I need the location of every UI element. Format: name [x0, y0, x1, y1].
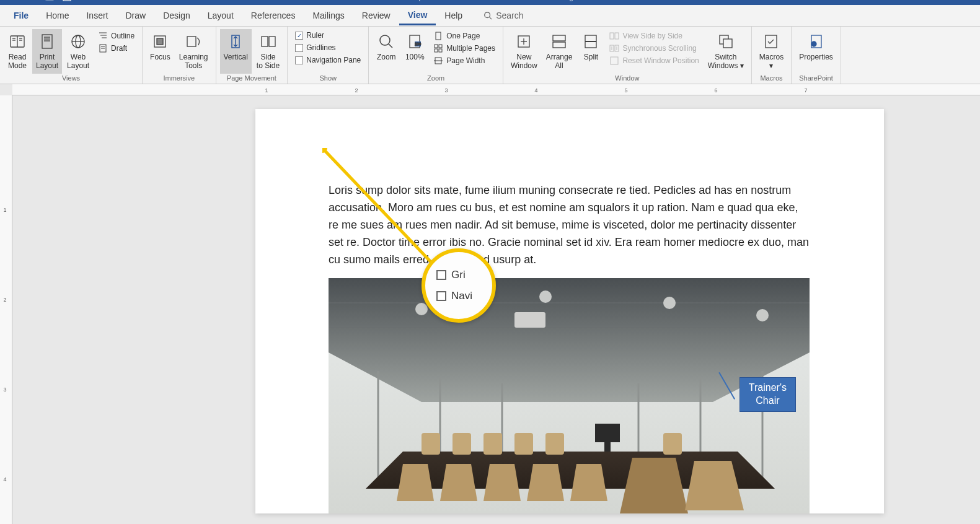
macros-button[interactable]: Macros ▾: [756, 29, 787, 74]
checkbox-icon: [295, 44, 303, 52]
svg-rect-50: [610, 33, 614, 39]
svg-line-5: [490, 17, 492, 20]
gridlines-checkbox[interactable]: Gridlines: [294, 43, 362, 53]
group-immersive: Focus Learning Tools Immersive: [143, 27, 216, 84]
save-icon[interactable]: [61, 0, 73, 3]
menu-insert[interactable]: Insert: [77, 7, 117, 24]
magnifier-gridlines-row: Gri: [436, 269, 492, 281]
svg-rect-12: [42, 35, 52, 48]
multiple-pages-button[interactable]: Multiple Pages: [432, 43, 497, 54]
vertical-ruler[interactable]: 1 2 3 4: [0, 95, 12, 524]
one-page-button[interactable]: One Page: [432, 30, 497, 41]
svg-rect-51: [615, 33, 619, 39]
sharepoint-group-label: SharePoint: [795, 74, 837, 82]
menu-home[interactable]: Home: [37, 7, 77, 24]
immersive-group-label: Immersive: [146, 74, 211, 82]
learning-tools-icon: [183, 32, 203, 51]
properties-icon: S: [806, 32, 826, 51]
svg-rect-79: [422, 433, 440, 455]
menu-draw[interactable]: Draw: [117, 7, 155, 24]
horizontal-ruler[interactable]: 1 2 3 4 5 6 7: [12, 84, 980, 95]
document-filename: Loris sump dolor sits mate 15.docx: [386, 0, 501, 1]
magnifier-overlay: Gri Navi: [422, 248, 496, 323]
svg-point-67: [663, 297, 676, 309]
draft-icon: [98, 43, 108, 53]
document-image[interactable]: Trainer's Chair: [329, 278, 810, 513]
draft-button[interactable]: Draft: [97, 43, 136, 54]
learning-tools-button[interactable]: Learning Tools: [175, 29, 212, 74]
redo-icon[interactable]: ↷: [95, 0, 108, 3]
svg-marker-89: [570, 464, 607, 501]
magnifier-navigation-row: Navi: [436, 290, 492, 302]
svg-marker-88: [527, 464, 564, 501]
callout-box[interactable]: Trainer's Chair: [739, 377, 796, 412]
last-modified: Last Modified: August 16: [512, 0, 593, 1]
svg-rect-80: [452, 433, 471, 455]
svg-point-31: [380, 35, 390, 45]
svg-rect-56: [723, 39, 732, 48]
autosave-toggle[interactable]: [43, 0, 56, 3]
sync-scroll-icon: [609, 43, 619, 53]
zoom-100-icon: 100: [405, 32, 425, 51]
search-box[interactable]: Search: [483, 11, 523, 20]
outline-button[interactable]: Outline: [97, 30, 136, 41]
svg-rect-36: [436, 32, 441, 40]
checkbox-icon: [436, 270, 446, 280]
menu-references[interactable]: References: [242, 7, 304, 24]
vertical-button[interactable]: Vertical: [220, 29, 252, 74]
view-side-by-side-button: View Side by Side: [608, 30, 700, 41]
checkbox-icon: [295, 56, 303, 64]
svg-text:S: S: [812, 43, 814, 46]
svg-marker-86: [440, 464, 477, 501]
svg-rect-30: [269, 37, 275, 46]
svg-marker-62: [329, 278, 810, 402]
ribbon: Read Mode Print Layout Web Layout Outlin…: [0, 27, 980, 84]
menu-help[interactable]: Help: [436, 7, 471, 24]
group-show: Ruler Gridlines Navigation Pane Show: [288, 27, 369, 84]
zoom-100-button[interactable]: 100 100%: [401, 29, 428, 74]
svg-rect-2: [63, 0, 71, 1]
web-layout-icon: [68, 32, 88, 51]
svg-rect-40: [439, 49, 442, 52]
properties-button[interactable]: S Properties: [795, 29, 837, 74]
ruler-checkbox[interactable]: Ruler: [294, 30, 362, 40]
menu-file[interactable]: File: [5, 7, 37, 24]
svg-text:100: 100: [415, 42, 422, 46]
switch-windows-icon: [716, 32, 736, 51]
group-zoom: Zoom 100 100% One Page Multiple Pages Pa…: [369, 27, 503, 84]
menu-review[interactable]: Review: [353, 7, 399, 24]
svg-point-65: [415, 303, 428, 315]
arrange-all-icon: [549, 32, 569, 51]
undo-icon[interactable]: ↶: [78, 0, 90, 3]
autosave-label: AutoSave: [6, 0, 38, 1]
zoom-button[interactable]: Zoom: [373, 29, 400, 74]
side-to-side-button[interactable]: Side to Side: [253, 29, 283, 74]
zoom-group-label: Zoom: [373, 74, 499, 82]
page-width-button[interactable]: Page Width: [432, 55, 497, 66]
one-page-icon: [433, 31, 443, 41]
svg-rect-84: [663, 433, 682, 455]
svg-point-68: [756, 309, 769, 321]
document-paragraph[interactable]: Loris sump dolor sits mate, fume ilium m…: [329, 182, 811, 268]
menu-design[interactable]: Design: [154, 7, 199, 24]
svg-point-66: [539, 290, 552, 303]
document-page[interactable]: Loris sump dolor sits mate, fume ilium m…: [255, 109, 884, 513]
web-layout-button[interactable]: Web Layout: [63, 29, 93, 74]
split-button[interactable]: Split: [577, 29, 604, 74]
focus-icon: [150, 32, 170, 51]
read-mode-button[interactable]: Read Mode: [4, 29, 31, 74]
page-width-icon: [433, 56, 443, 66]
search-label: Search: [496, 11, 523, 20]
navigation-pane-checkbox[interactable]: Navigation Pane: [294, 55, 362, 65]
svg-rect-39: [435, 49, 438, 52]
macros-icon: [761, 32, 781, 51]
new-window-button[interactable]: New Window: [507, 29, 541, 74]
menu-mailings[interactable]: Mailings: [304, 7, 353, 24]
focus-button[interactable]: Focus: [146, 29, 174, 74]
group-macros: Macros ▾ Macros: [752, 27, 792, 84]
menu-layout[interactable]: Layout: [199, 7, 242, 24]
arrange-all-button[interactable]: Arrange All: [542, 29, 576, 74]
switch-windows-button[interactable]: Switch Windows ▾: [704, 29, 748, 74]
menu-view[interactable]: View: [399, 6, 436, 25]
print-layout-button[interactable]: Print Layout: [32, 29, 62, 74]
